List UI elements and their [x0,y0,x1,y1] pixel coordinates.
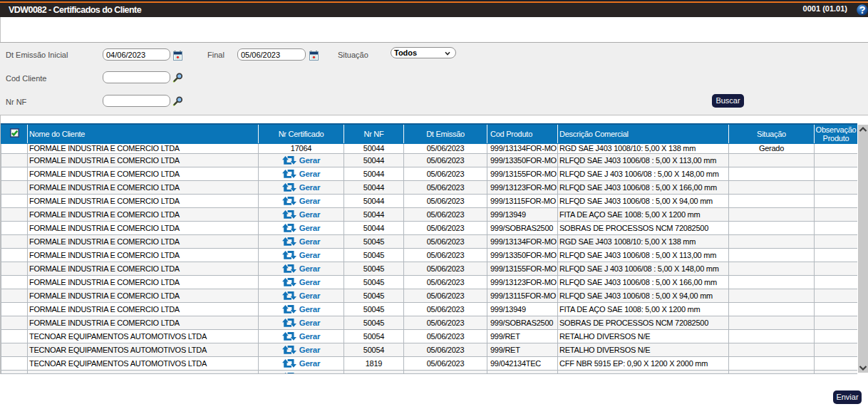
svg-text:?: ? [859,4,866,16]
